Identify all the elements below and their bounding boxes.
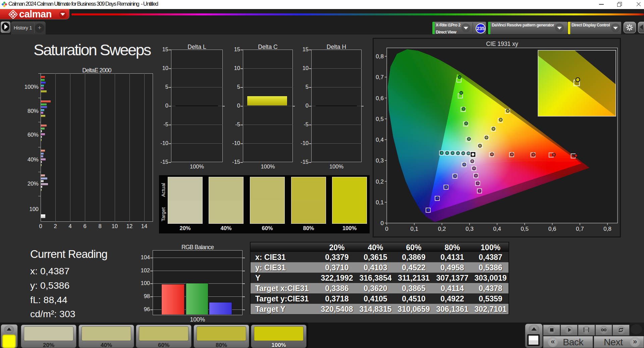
- svg-text:0,7: 0,7: [376, 74, 384, 80]
- svg-text:CIE 1931 xy: CIE 1931 xy: [486, 41, 518, 47]
- svg-text:0,5: 0,5: [521, 226, 529, 232]
- svg-text:0,1: 0,1: [376, 199, 384, 206]
- svg-text:0,2: 0,2: [438, 226, 446, 232]
- svg-text:0,3: 0,3: [376, 157, 384, 164]
- svg-text:0,6: 0,6: [548, 226, 556, 232]
- svg-text:0,4: 0,4: [376, 137, 384, 143]
- svg-text:0,7: 0,7: [576, 226, 584, 232]
- svg-text:0: 0: [385, 226, 388, 232]
- svg-text:0,8: 0,8: [603, 226, 611, 232]
- svg-text:0: 0: [381, 220, 384, 226]
- svg-text:0,1: 0,1: [410, 226, 418, 232]
- svg-text:0,3: 0,3: [466, 226, 474, 232]
- svg-text:0,8: 0,8: [376, 53, 384, 60]
- svg-text:0,4: 0,4: [493, 226, 501, 232]
- svg-text:0,2: 0,2: [376, 179, 384, 185]
- svg-text:0,6: 0,6: [376, 95, 384, 101]
- svg-text:0,5: 0,5: [376, 116, 384, 122]
